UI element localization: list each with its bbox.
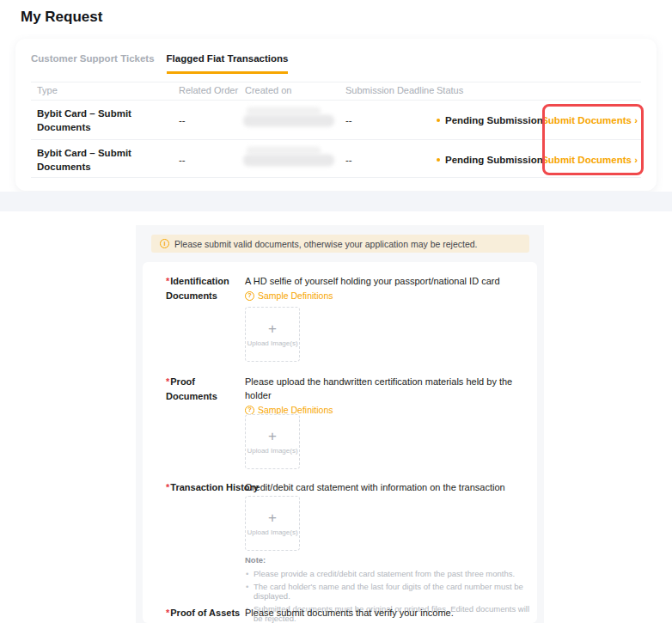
note-item: Please provide a credit/debit card state… — [245, 569, 533, 579]
plus-icon: + — [268, 510, 277, 525]
tab-bar: Customer Support Tickets Flagged Fiat Tr… — [31, 52, 288, 74]
cell-created-on-redacted — [243, 113, 334, 127]
cell-type: Bybit Card – Submit Documents — [37, 146, 131, 174]
redaction-blur — [243, 154, 334, 166]
cell-submission-deadline: -- — [345, 155, 352, 165]
upload-image-dropzone[interactable]: + Upload Image(s) — [245, 414, 300, 469]
field-description: Please upload the handwritten certificat… — [245, 375, 530, 402]
help-circle-icon: ? — [245, 406, 254, 415]
plus-icon: + — [268, 429, 277, 443]
warning-banner-text: Please submit valid documents, otherwise… — [174, 239, 478, 249]
redaction-blur — [247, 146, 321, 154]
plus-icon: + — [268, 321, 277, 336]
sample-definitions-link[interactable]: ? Sample Definitions — [245, 290, 333, 301]
cell-related-order: -- — [179, 115, 186, 125]
cell-submission-deadline: -- — [345, 115, 352, 125]
document-form-card: *Identification Documents A HD selfie of… — [143, 262, 537, 623]
page-title: My Request — [21, 9, 102, 26]
chevron-right-icon: › — [634, 155, 638, 165]
table-row: Bybit Card – Submit Documents -- -- Pend… — [15, 101, 657, 139]
col-header-created-on: Created on — [245, 85, 291, 95]
field-label-identification-documents: *Identification Documents — [166, 274, 245, 303]
required-mark: * — [166, 376, 169, 387]
status-dot-icon — [437, 158, 440, 162]
status-dot-icon — [437, 119, 440, 122]
field-label-proof-documents: *Proof Documents — [166, 375, 245, 404]
cell-related-order: -- — [179, 155, 186, 165]
required-mark: * — [166, 276, 169, 286]
section-background-strip — [0, 192, 672, 211]
note-title: Note: — [245, 555, 533, 565]
col-header-submission-deadline: Submission Deadline — [345, 85, 434, 95]
upload-label: Upload Image(s) — [247, 528, 297, 536]
help-circle-icon: ? — [245, 291, 254, 301]
col-header-status: Status — [437, 85, 463, 95]
tab-flagged-fiat-transactions[interactable]: Flagged Fiat Transactions — [167, 52, 289, 74]
upload-label: Upload Image(s) — [247, 339, 297, 347]
submit-documents-panel: i Please submit valid documents, otherwi… — [136, 225, 544, 623]
upload-label: Upload Image(s) — [247, 447, 297, 455]
status-badge: Pending Submission — [437, 155, 543, 165]
cell-type: Bybit Card – Submit Documents — [37, 107, 131, 134]
tabbar-divider — [31, 82, 641, 82]
required-mark: * — [166, 482, 169, 492]
info-circle-icon: i — [160, 239, 169, 248]
redaction-blur — [243, 114, 334, 126]
col-header-related-order: Related Order — [179, 85, 238, 95]
note-item: The card holder's name and the last four… — [245, 582, 533, 602]
submit-documents-link[interactable]: Submit Documents › — [541, 155, 638, 165]
required-mark: * — [166, 608, 169, 618]
upload-image-dropzone[interactable]: + Upload Image(s) — [245, 496, 300, 551]
upload-image-dropzone[interactable]: + Upload Image(s) — [245, 307, 300, 362]
field-description: Please submit documents that verify your… — [245, 606, 530, 620]
field-description: Credit/debit card statement with informa… — [245, 480, 530, 494]
status-badge: Pending Submission — [437, 115, 543, 125]
row-divider — [31, 177, 641, 178]
tab-customer-support-tickets[interactable]: Customer Support Tickets — [31, 52, 155, 74]
col-header-type: Type — [37, 85, 58, 95]
requests-card: Customer Support Tickets Flagged Fiat Tr… — [15, 39, 657, 191]
table-row: Bybit Card – Submit Documents -- -- Pend… — [15, 140, 657, 179]
chevron-right-icon: › — [634, 115, 638, 125]
submit-documents-link[interactable]: Submit Documents › — [541, 115, 638, 125]
redaction-blur — [247, 107, 321, 114]
cell-created-on-redacted — [243, 152, 334, 167]
warning-banner: i Please submit valid documents, otherwi… — [151, 235, 529, 253]
field-description: A HD selfie of yourself holding your pas… — [245, 274, 530, 288]
